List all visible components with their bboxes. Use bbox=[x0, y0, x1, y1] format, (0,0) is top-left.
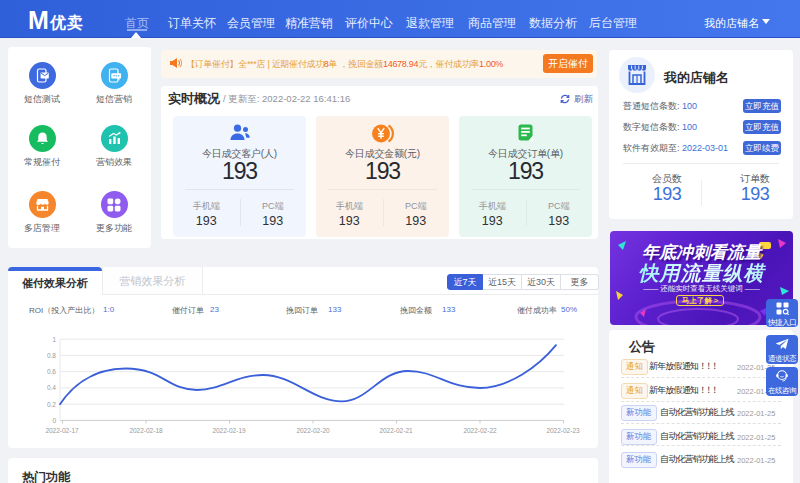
svg-text:2022-02-21: 2022-02-21 bbox=[379, 427, 413, 434]
svg-text:2022-02-18: 2022-02-18 bbox=[129, 427, 163, 434]
svg-text:2022-02-19: 2022-02-19 bbox=[212, 427, 246, 434]
svg-text:2022-02-17: 2022-02-17 bbox=[45, 427, 79, 434]
svg-text:2022-02-23: 2022-02-23 bbox=[546, 427, 580, 434]
svg-text:2022-02-22: 2022-02-22 bbox=[463, 427, 497, 434]
svg-text:2022-02-20: 2022-02-20 bbox=[296, 427, 330, 434]
svg-text:1: 1 bbox=[52, 336, 56, 343]
svg-text:0.4: 0.4 bbox=[47, 384, 56, 391]
svg-text:0: 0 bbox=[52, 417, 56, 424]
svg-text:0.6: 0.6 bbox=[47, 368, 56, 375]
svg-text:0.2: 0.2 bbox=[47, 401, 56, 408]
svg-text:0.8: 0.8 bbox=[47, 352, 56, 359]
